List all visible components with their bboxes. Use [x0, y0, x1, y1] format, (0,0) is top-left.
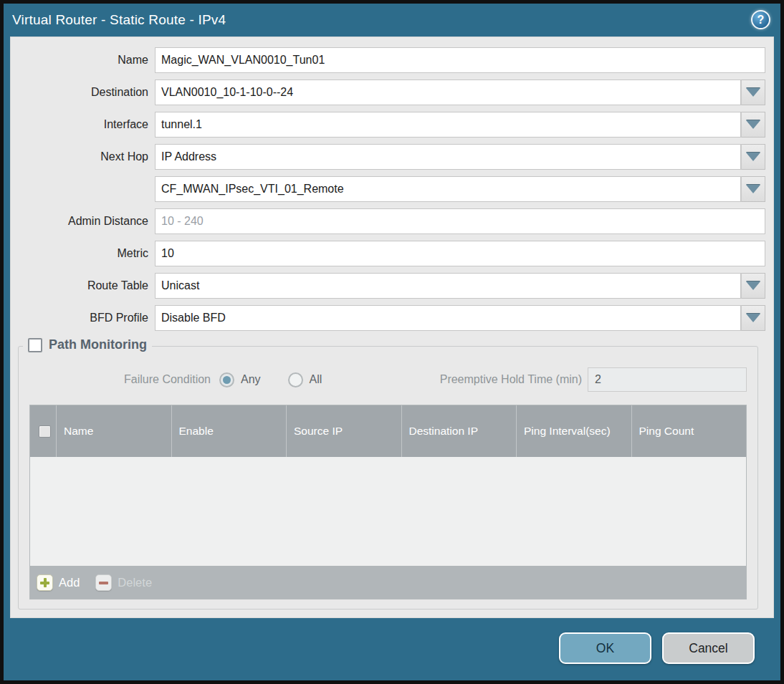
radio-any[interactable]: [219, 372, 234, 387]
static-route-dialog: Virtual Router - Static Route - IPv4 ? N…: [0, 0, 784, 684]
radio-all[interactable]: [288, 372, 303, 387]
form-row-route-table: Route Table: [11, 273, 765, 299]
table-header-row: Name Enable Source IP Destination IP Pin…: [30, 405, 746, 457]
destination-input[interactable]: [155, 80, 741, 105]
path-monitoring-legend: Path Monitoring: [23, 337, 152, 352]
chevron-down-icon: [746, 120, 760, 129]
form-row-next-hop-address: [11, 176, 765, 202]
destination-label: Destination: [11, 86, 155, 99]
path-monitoring-table: Name Enable Source IP Destination IP Pin…: [29, 405, 747, 599]
delete-button[interactable]: Delete: [95, 574, 152, 591]
cancel-button[interactable]: Cancel: [662, 632, 755, 664]
admin-distance-label: Admin Distance: [11, 215, 155, 228]
table-toolbar: Add Delete: [30, 566, 746, 599]
help-icon[interactable]: ?: [751, 10, 770, 29]
chevron-down-icon: [746, 185, 760, 193]
preemptive-hold-time-label: Preemptive Hold Time (min): [440, 373, 588, 386]
column-header-ping-count[interactable]: Ping Count: [631, 405, 747, 457]
column-header-destination-ip[interactable]: Destination IP: [401, 405, 517, 457]
bfd-profile-dropdown-button[interactable]: [741, 305, 765, 331]
form-row-admin-distance: Admin Distance: [11, 208, 765, 234]
chevron-down-icon: [746, 281, 760, 290]
bfd-profile-label: BFD Profile: [11, 312, 155, 324]
form-row-destination: Destination: [11, 80, 765, 105]
table-header-checkbox-cell: [30, 405, 56, 457]
select-all-checkbox[interactable]: [39, 425, 51, 438]
table-body-empty: [30, 457, 746, 566]
column-header-source-ip[interactable]: Source IP: [286, 405, 401, 457]
next-hop-dropdown-button[interactable]: [741, 144, 765, 170]
path-monitoring-group: Path Monitoring Failure Condition Any Al…: [18, 346, 758, 610]
dialog-titlebar: Virtual Router - Static Route - IPv4 ?: [4, 4, 780, 37]
dialog-footer: OK Cancel: [4, 618, 780, 678]
column-header-name[interactable]: Name: [56, 405, 171, 457]
add-button-label: Add: [59, 576, 80, 589]
form-row-next-hop: Next Hop: [11, 144, 765, 170]
failure-condition-label: Failure Condition: [29, 373, 219, 386]
next-hop-label: Next Hop: [11, 150, 155, 163]
radio-any-label: Any: [241, 373, 261, 386]
metric-input[interactable]: [155, 241, 765, 266]
name-label: Name: [11, 54, 155, 67]
path-monitoring-title: Path Monitoring: [49, 337, 147, 352]
interface-dropdown-button[interactable]: [741, 112, 765, 138]
admin-distance-input[interactable]: [155, 208, 765, 234]
failure-condition-option-all[interactable]: All: [288, 372, 322, 387]
next-hop-type-input[interactable]: [155, 144, 741, 170]
route-table-input[interactable]: [155, 273, 741, 299]
bfd-profile-input[interactable]: [155, 305, 741, 331]
interface-label: Interface: [11, 118, 155, 131]
form-row-bfd-profile: BFD Profile: [11, 305, 765, 331]
column-header-enable[interactable]: Enable: [171, 405, 287, 457]
add-button[interactable]: Add: [37, 574, 80, 591]
next-hop-address-dropdown-button[interactable]: [741, 176, 765, 202]
plus-icon: [37, 574, 53, 591]
next-hop-address-input[interactable]: [155, 176, 741, 202]
column-header-ping-interval[interactable]: Ping Interval(sec): [516, 405, 631, 457]
failure-condition-option-any[interactable]: Any: [219, 372, 261, 387]
path-monitoring-checkbox[interactable]: [28, 338, 42, 352]
dialog-title: Virtual Router - Static Route - IPv4: [12, 12, 226, 28]
delete-button-label: Delete: [118, 576, 152, 589]
name-input[interactable]: [155, 47, 765, 73]
dialog-body: Name Destination Interface Next Hop: [10, 37, 774, 618]
form-row-name: Name: [11, 47, 765, 73]
failure-condition-row: Failure Condition Any All Preemptive Hol…: [29, 367, 747, 392]
interface-input[interactable]: [155, 112, 741, 138]
form-row-metric: Metric: [11, 241, 765, 266]
preemptive-hold-time-input[interactable]: [588, 367, 747, 392]
chevron-down-icon: [746, 314, 760, 322]
chevron-down-icon: [746, 88, 760, 97]
metric-label: Metric: [11, 247, 155, 260]
ok-button[interactable]: OK: [559, 632, 651, 664]
form-row-interface: Interface: [11, 112, 765, 138]
chevron-down-icon: [746, 153, 760, 161]
radio-all-label: All: [310, 373, 322, 386]
destination-dropdown-button[interactable]: [741, 80, 765, 105]
route-table-label: Route Table: [11, 279, 155, 292]
route-table-dropdown-button[interactable]: [741, 273, 765, 299]
minus-icon: [95, 574, 112, 591]
